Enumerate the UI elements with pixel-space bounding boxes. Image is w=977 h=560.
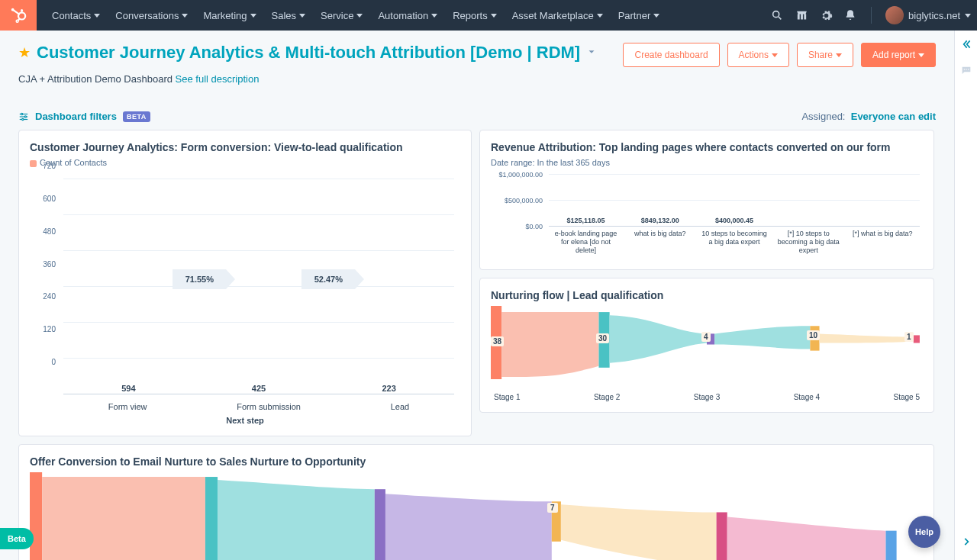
funnel-chart: 0 120 240 360 480 600 720 594 425	[30, 173, 460, 425]
nav-right: biglytics.net	[770, 6, 971, 24]
svg-point-13	[24, 115, 26, 117]
beta-badge: BETA	[123, 111, 150, 122]
nav-asset-marketplace[interactable]: Asset Marketplace	[506, 0, 609, 31]
share-button[interactable]: Share	[797, 43, 853, 67]
svg-rect-22	[375, 489, 385, 560]
marketplace-icon[interactable]	[795, 8, 808, 22]
nav-conversations[interactable]: Conversations	[109, 0, 194, 31]
funnel-step-2-pct: 52.47%	[301, 269, 355, 289]
svg-point-26	[963, 69, 964, 69]
dashboard-title[interactable]: Customer Journey Analytics & Multi-touch…	[37, 43, 580, 63]
see-full-description-link[interactable]: See full description	[176, 73, 260, 85]
nav-reports[interactable]: Reports	[447, 0, 503, 31]
gear-icon[interactable]	[819, 8, 833, 22]
beta-tab[interactable]: Beta	[0, 528, 34, 549]
offer-sankey: 34 34 25 7 20 4	[30, 472, 923, 560]
card-nurturing: Nurturing flow | Lead qualification 38	[479, 278, 934, 413]
legend-dot-icon	[30, 160, 37, 167]
comments-icon[interactable]	[960, 65, 972, 79]
nav-service[interactable]: Service	[314, 0, 369, 31]
hubspot-logo[interactable]	[0, 0, 37, 31]
nav-links: Contacts Conversations Marketing Sales S…	[46, 0, 770, 31]
bell-icon[interactable]	[843, 8, 857, 22]
top-nav: Contacts Conversations Marketing Sales S…	[0, 0, 977, 31]
svg-point-2	[11, 8, 15, 11]
funnel-title: Customer Journey Analytics: Form convers…	[30, 141, 460, 153]
nav-contacts[interactable]: Contacts	[46, 0, 106, 31]
rail-chevron-right-icon[interactable]	[961, 536, 972, 549]
card-offer: Offer Conversion to Email Nurture to Sal…	[18, 444, 934, 560]
star-icon[interactable]: ★	[18, 44, 31, 61]
page-header: ★ Customer Journey Analytics & Multi-tou…	[0, 31, 954, 122]
title-dropdown-icon[interactable]	[586, 47, 597, 60]
svg-line-8	[779, 17, 781, 19]
side-rail	[954, 31, 977, 560]
assigned-value-link[interactable]: Everyone can edit	[851, 111, 936, 122]
avatar	[885, 6, 904, 24]
revenue-daterange: Date range: In the last 365 days	[491, 158, 923, 167]
filters-icon	[18, 111, 29, 122]
create-dashboard-button[interactable]: Create dashboard	[623, 43, 719, 67]
revenue-chart: $0.00 $500,000.00 $1,000,000.00 $125,118…	[491, 175, 923, 259]
svg-point-6	[16, 20, 18, 22]
svg-point-27	[966, 69, 966, 69]
nav-automation[interactable]: Automation	[372, 0, 443, 31]
svg-rect-20	[30, 472, 42, 560]
help-button[interactable]: Help	[908, 516, 940, 548]
actions-button[interactable]: Actions	[727, 43, 789, 67]
nav-marketing[interactable]: Marketing	[197, 0, 262, 31]
offer-title: Offer Conversion to Email Nurture to Sal…	[30, 455, 923, 468]
dashboard-filters-toggle[interactable]: Dashboard filters BETA	[18, 111, 150, 122]
svg-point-12	[21, 113, 23, 114]
svg-point-14	[22, 118, 24, 120]
nurturing-sankey: 38 30 4 10 1 Stage 1 Stage 2 Stage 3 Sta…	[491, 306, 923, 401]
add-report-button[interactable]: Add report	[861, 43, 936, 67]
funnel-step-1-pct: 71.55%	[173, 269, 226, 289]
svg-rect-25	[885, 531, 896, 560]
svg-rect-24	[717, 512, 727, 560]
account-menu[interactable]: biglytics.net	[885, 6, 971, 24]
search-icon[interactable]	[770, 8, 784, 22]
nav-partner[interactable]: Partner	[612, 0, 666, 31]
svg-point-28	[968, 69, 969, 69]
card-revenue: Revenue Attribution: Top landing pages w…	[479, 130, 934, 270]
svg-rect-21	[205, 477, 218, 560]
account-name: biglytics.net	[908, 10, 960, 21]
assigned-label: Assigned:	[801, 111, 845, 122]
collapse-rail-icon[interactable]	[960, 38, 972, 53]
dashboard-description: CJA + Attribution Demo Dashboard	[18, 73, 173, 85]
nav-sales[interactable]: Sales	[266, 0, 312, 31]
svg-point-7	[773, 11, 779, 18]
revenue-title: Revenue Attribution: Top landing pages w…	[491, 141, 923, 153]
card-funnel: Customer Journey Analytics: Form convers…	[18, 130, 472, 436]
svg-rect-19	[914, 335, 920, 343]
nurturing-title: Nurturing flow | Lead qualification	[491, 289, 923, 301]
